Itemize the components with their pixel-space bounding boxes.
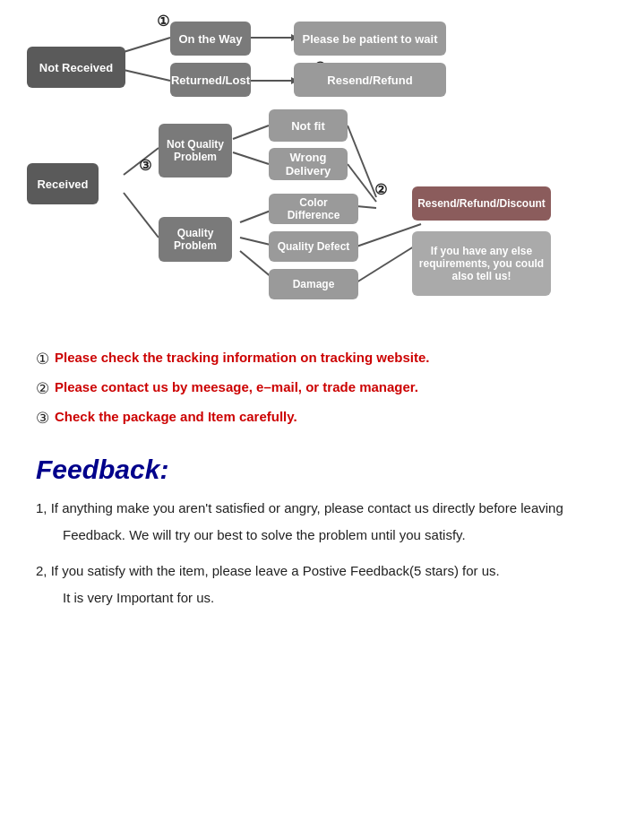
svg-line-13 bbox=[348, 126, 376, 197]
instruction-3-text: Check the package and Item carefully. bbox=[55, 409, 297, 424]
circle-2-mid: ② bbox=[374, 181, 387, 198]
instruction-2-num: ② bbox=[36, 379, 49, 398]
svg-line-0 bbox=[124, 38, 170, 52]
box-returned-lost: Returned/Lost bbox=[170, 63, 251, 97]
svg-line-9 bbox=[233, 152, 269, 164]
feedback-indent-2: It is very Important for us. bbox=[63, 587, 600, 609]
box-color-difference: Color Difference bbox=[269, 194, 358, 224]
feedback-section: Feedback: 1, If anything make you aren't… bbox=[36, 455, 600, 609]
circle-1: ① bbox=[157, 13, 169, 30]
feedback-indent-1: Feedback. We will try our best to solve … bbox=[63, 524, 600, 546]
box-wrong-delivery: Wrong Delivery bbox=[269, 148, 348, 180]
svg-line-15 bbox=[357, 206, 376, 208]
circle-3: ③ bbox=[139, 157, 151, 174]
instruction-1-text: Please check the tracking information on… bbox=[55, 350, 429, 365]
instruction-1: ① Please check the tracking information … bbox=[36, 350, 600, 368]
instruction-2-text: Please contact us by meesage, e–mail, or… bbox=[55, 379, 418, 394]
box-not-quality-problem: Not Quality Problem bbox=[159, 124, 232, 178]
box-resend-refund-discount: Resend/Refund/Discount bbox=[412, 186, 551, 221]
svg-line-7 bbox=[124, 193, 159, 238]
box-quality-defect: Quality Defect bbox=[269, 231, 358, 262]
box-resend-refund-top: Resend/Refund bbox=[294, 63, 446, 97]
flowchart: ① ② ③ ② Not Received On the Way Returned… bbox=[18, 9, 618, 341]
box-received: Received bbox=[27, 163, 99, 204]
svg-line-8 bbox=[233, 126, 269, 139]
svg-line-1 bbox=[124, 70, 170, 81]
instruction-2: ② Please contact us by meesage, e–mail, … bbox=[36, 379, 600, 398]
feedback-item-1: 1, If anything make you aren't satisfied… bbox=[36, 498, 600, 519]
box-else-requirements: If you have any else requirements, you c… bbox=[412, 231, 551, 296]
feedback-item-2: 2, If you satisfy with the item, please … bbox=[36, 560, 600, 582]
instructions-section: ① Please check the tracking information … bbox=[36, 350, 600, 428]
box-please-wait: Please be patient to wait bbox=[294, 22, 446, 56]
instruction-3: ③ Check the package and Item carefully. bbox=[36, 409, 600, 428]
box-quality-problem: Quality Problem bbox=[159, 217, 232, 262]
feedback-title: Feedback: bbox=[36, 455, 600, 485]
box-not-fit: Not fit bbox=[269, 109, 348, 142]
box-on-the-way: On the Way bbox=[170, 22, 251, 56]
box-not-received: Not Received bbox=[27, 47, 125, 88]
box-damage: Damage bbox=[269, 269, 358, 299]
instruction-1-num: ① bbox=[36, 350, 49, 368]
instruction-3-num: ③ bbox=[36, 409, 49, 428]
